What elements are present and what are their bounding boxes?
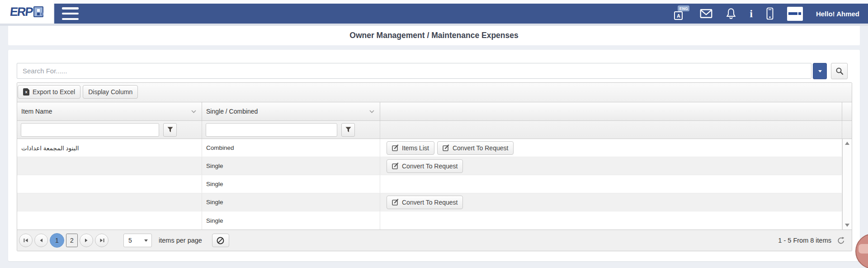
actions-cell [380, 211, 842, 230]
screen: A ENG i Hello! Ahmed ERP [0, 0, 868, 268]
grid-toolbar: x Export to Excel Display Column [17, 83, 852, 102]
cancel-changes-button[interactable] [212, 234, 229, 247]
scroll-down-icon[interactable] [845, 224, 849, 227]
next-page-button[interactable] [80, 234, 93, 247]
convert-to-request-button[interactable]: Convert To Request [387, 196, 463, 209]
page-size-dropdown[interactable]: 5 [123, 234, 152, 247]
refresh-button[interactable] [837, 237, 845, 244]
table-row: Single [17, 175, 852, 193]
item-name-cell [17, 211, 202, 230]
table-row: البنود المجمعة اعدادات Combined Items Li… [17, 139, 852, 157]
search-type-dropdown[interactable] [813, 63, 827, 79]
items-list-button[interactable]: Items List [387, 141, 434, 155]
single-combined-filter-input[interactable] [206, 123, 337, 137]
single-combined-cell: Single [202, 211, 380, 230]
item-name-filter-button[interactable] [163, 123, 177, 137]
edit-icon [443, 144, 449, 151]
user-greeting: Hello! Ahmed [816, 10, 859, 18]
item-name-filter-input[interactable] [21, 123, 159, 137]
page-2-button[interactable]: 2 [66, 234, 78, 247]
caret-down-icon [144, 239, 148, 242]
actions-cell: Items List Convert To Request [380, 139, 842, 157]
envelope-icon [700, 9, 712, 19]
bell-icon [726, 8, 736, 19]
title-band: Owner Management / Maintenance Expenses [8, 26, 860, 45]
single-combined-cell: Single [202, 193, 380, 211]
info-icon: i [750, 9, 752, 19]
notifications-button[interactable] [726, 8, 736, 19]
mobile-button[interactable] [766, 7, 774, 20]
vertical-scrollbar[interactable] [842, 139, 852, 230]
mail-button[interactable] [700, 9, 712, 19]
actions-cell: Convert To Request [380, 193, 842, 211]
search-row [17, 63, 852, 79]
item-name-cell [17, 175, 202, 193]
language-badge: ENG [678, 5, 689, 11]
previous-page-button[interactable] [34, 234, 48, 247]
items-per-page-label: items per page [159, 237, 202, 244]
scroll-up-icon[interactable] [845, 142, 849, 145]
table-row: Single Convert To Request [17, 193, 852, 211]
export-to-excel-button[interactable]: x Export to Excel [18, 85, 80, 99]
top-strip [0, 0, 868, 4]
column-header-item-name[interactable]: Item Name [17, 102, 202, 120]
hamburger-icon [62, 7, 79, 10]
search-icon [835, 67, 844, 75]
info-button[interactable]: i [750, 9, 752, 19]
menu-toggle-button[interactable] [62, 7, 80, 20]
refresh-icon [837, 237, 845, 244]
table-row: Single [17, 211, 852, 230]
edit-icon [392, 163, 399, 169]
translate-icon: A [674, 11, 683, 20]
content-card: x Export to Excel Display Column Item Na… [8, 50, 860, 261]
company-logo[interactable] [787, 7, 803, 21]
chevron-down-icon [369, 110, 374, 113]
edit-icon [392, 199, 399, 206]
item-name-cell [17, 193, 202, 211]
cancel-icon [217, 237, 224, 244]
pager-range-label: 1 - 5 From 8 items [778, 237, 831, 244]
erp-logo-text: ERP [9, 5, 33, 19]
first-page-button[interactable] [19, 234, 33, 247]
single-combined-cell: Single [202, 157, 380, 175]
page-1-button[interactable]: 1 [50, 233, 64, 248]
topbar-actions: A ENG i Hello! Ahmed [674, 4, 859, 24]
edit-icon [392, 144, 399, 151]
display-column-button[interactable]: Display Column [83, 85, 138, 99]
arrow-left-icon [39, 238, 43, 243]
data-grid: x Export to Excel Display Column Item Na… [17, 82, 852, 251]
filter-icon [345, 127, 351, 133]
arrow-right-icon [85, 238, 88, 243]
language-switcher[interactable]: A ENG [674, 7, 687, 20]
item-name-cell: البنود المجمعة اعدادات [17, 139, 202, 157]
erp-logo[interactable]: ERP [0, 0, 53, 24]
filter-icon [167, 127, 173, 133]
search-input[interactable] [17, 63, 811, 79]
chevron-down-icon [191, 110, 196, 113]
convert-to-request-button[interactable]: Convert To Request [387, 159, 463, 173]
single-combined-filter-button[interactable] [341, 123, 355, 137]
item-name-cell [17, 157, 202, 175]
column-header-spacer [842, 102, 852, 120]
column-header-single-combined[interactable]: Single / Combined [202, 102, 380, 120]
grid-header-row: Item Name Single / Combined [17, 102, 852, 121]
pager-bar: 1 2 5 items per page 1 - 5 From 8 it [17, 230, 852, 251]
actions-cell [380, 175, 842, 193]
single-combined-cell: Single [202, 175, 380, 193]
column-header-actions [380, 102, 842, 120]
erp-logo-mark [33, 6, 43, 17]
seek-first-icon [24, 238, 28, 243]
single-combined-cell: Combined [202, 139, 380, 157]
grid-filter-row [17, 121, 852, 139]
top-navbar: A ENG i Hello! Ahmed [54, 4, 868, 24]
table-row: Single Convert To Request [17, 157, 852, 175]
last-page-button[interactable] [95, 234, 108, 247]
convert-to-request-button[interactable]: Convert To Request [437, 141, 514, 155]
excel-icon: x [23, 88, 29, 96]
search-button[interactable] [831, 63, 848, 79]
seek-end-icon [99, 238, 104, 243]
page-title: Owner Management / Maintenance Expenses [349, 31, 518, 40]
smartphone-icon [766, 7, 774, 20]
caret-down-icon [818, 70, 822, 72]
actions-cell: Convert To Request [380, 157, 842, 175]
